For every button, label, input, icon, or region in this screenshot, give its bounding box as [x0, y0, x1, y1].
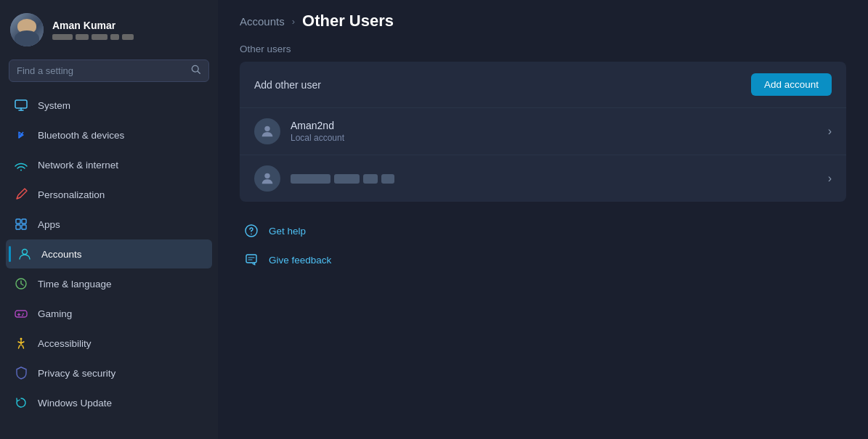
svg-point-20 — [264, 173, 269, 179]
sidebar-item-accessibility[interactable]: Accessibility — [6, 329, 212, 358]
user-avatar-blurred — [254, 165, 280, 192]
sidebar-item-accounts[interactable]: Accounts — [6, 239, 212, 268]
user-avatar-aman2nd — [254, 118, 280, 144]
user-info-blurred — [291, 174, 818, 184]
give-feedback-item[interactable]: Give feedback — [240, 247, 846, 273]
sidebar-profile[interactable]: Aman Kumar — [0, 0, 218, 57]
sidebar-item-label-privacy: Privacy & security — [38, 368, 115, 379]
svg-point-22 — [251, 234, 252, 235]
svg-line-1 — [198, 71, 200, 73]
sidebar-item-label-update: Windows Update — [38, 398, 112, 409]
sidebar-item-privacy[interactable]: Privacy & security — [6, 358, 212, 387]
sidebar-item-label-bluetooth: Bluetooth & devices — [38, 130, 124, 141]
sidebar-item-label-accounts: Accounts — [41, 249, 82, 260]
breadcrumb-current: Other Users — [302, 12, 394, 30]
add-user-label: Add other user — [254, 79, 321, 91]
sidebar-item-label-apps: Apps — [38, 219, 60, 230]
svg-rect-2 — [15, 100, 27, 108]
breadcrumb: Accounts › Other Users — [240, 12, 846, 30]
add-account-button[interactable]: Add account — [751, 73, 832, 96]
sidebar-nav: System Bluetooth & devices — [0, 88, 218, 420]
add-user-card: Add other user Add account Aman2nd Local… — [240, 62, 846, 202]
sidebar-item-time[interactable]: Time & language — [6, 269, 212, 298]
search-box[interactable] — [9, 60, 209, 82]
profile-name: Aman Kumar — [52, 20, 134, 31]
search-input[interactable] — [17, 65, 185, 76]
time-icon — [13, 276, 29, 292]
sidebar-item-network[interactable]: Network & internet — [6, 150, 212, 179]
gaming-icon — [13, 305, 29, 321]
svg-point-16 — [22, 315, 23, 316]
sidebar-item-gaming[interactable]: Gaming — [6, 299, 212, 328]
user-row-aman2nd[interactable]: Aman2nd Local account › — [240, 107, 846, 155]
user-name-blurred — [291, 174, 818, 184]
sidebar-item-personalization[interactable]: Personalization — [6, 180, 212, 209]
profile-info: Aman Kumar — [52, 20, 134, 40]
svg-rect-23 — [246, 255, 256, 263]
get-help-label: Get help — [269, 226, 306, 237]
profile-bar — [52, 34, 134, 40]
apps-icon — [13, 216, 29, 232]
svg-rect-9 — [22, 225, 26, 229]
svg-point-19 — [264, 126, 269, 131]
privacy-icon — [13, 365, 29, 381]
svg-rect-12 — [15, 311, 27, 317]
svg-rect-6 — [16, 219, 20, 223]
svg-point-17 — [20, 338, 23, 340]
user-chevron-icon-aman2nd: › — [828, 125, 832, 138]
get-help-item[interactable]: Get help — [240, 218, 846, 244]
sidebar-item-update[interactable]: Windows Update — [6, 388, 212, 417]
svg-rect-7 — [22, 219, 26, 223]
add-user-row: Add other user Add account — [240, 62, 846, 107]
accounts-icon — [17, 246, 33, 262]
give-feedback-label: Give feedback — [269, 255, 331, 266]
user-type-aman2nd: Local account — [291, 133, 818, 143]
sidebar-item-label-network: Network & internet — [38, 160, 118, 171]
sidebar: Aman Kumar — [0, 0, 218, 439]
svg-point-15 — [23, 313, 24, 315]
help-section: Get help Give feedback — [240, 218, 846, 273]
search-icon — [191, 65, 201, 77]
avatar — [10, 13, 44, 46]
update-icon — [13, 395, 29, 411]
system-icon — [13, 97, 29, 113]
sidebar-item-system[interactable]: System — [6, 91, 212, 120]
personalization-icon — [13, 186, 29, 202]
user-row-blurred[interactable]: › — [240, 155, 846, 202]
user-name-aman2nd: Aman2nd — [291, 120, 818, 131]
sidebar-item-bluetooth[interactable]: Bluetooth & devices — [6, 120, 212, 149]
sidebar-item-label-accessibility: Accessibility — [38, 338, 92, 349]
sidebar-item-label-personalization: Personalization — [38, 189, 105, 200]
sidebar-item-label-time: Time & language — [38, 279, 112, 290]
svg-rect-8 — [16, 225, 20, 229]
svg-point-5 — [20, 170, 22, 171]
search-container — [0, 57, 218, 88]
accessibility-icon — [13, 335, 29, 351]
active-indicator — [9, 246, 11, 262]
breadcrumb-parent[interactable]: Accounts — [240, 15, 285, 28]
section-title: Other users — [240, 44, 846, 54]
sidebar-item-label-system: System — [38, 100, 70, 111]
network-icon — [13, 157, 29, 173]
bluetooth-icon — [13, 127, 29, 143]
give-feedback-icon — [243, 251, 260, 268]
breadcrumb-chevron-icon: › — [292, 16, 295, 27]
svg-point-10 — [23, 250, 28, 255]
main-content: Accounts › Other Users Other users Add o… — [218, 0, 868, 439]
sidebar-item-label-gaming: Gaming — [38, 308, 72, 319]
user-chevron-icon-blurred: › — [828, 172, 832, 185]
sidebar-item-apps[interactable]: Apps — [6, 210, 212, 239]
user-info-aman2nd: Aman2nd Local account — [291, 120, 818, 143]
get-help-icon — [243, 222, 260, 239]
